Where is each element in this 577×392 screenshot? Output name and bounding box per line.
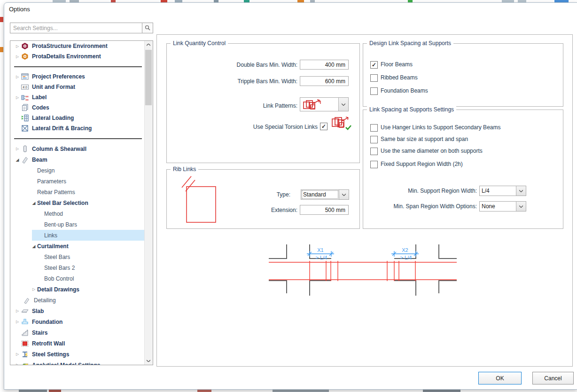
expander-expanded-icon[interactable]: ◢ xyxy=(31,201,37,205)
sidebar-item-protastructure-environment[interactable]: ▷ProtaStructure Environment xyxy=(10,41,145,51)
chevron-down-icon[interactable] xyxy=(516,186,526,196)
min-span-region-value: None xyxy=(480,202,516,211)
sidebar-item-label: Retrofit Wall xyxy=(32,340,65,347)
checkbox-row-floor-beams[interactable]: ✓Floor Beams xyxy=(370,61,558,69)
expander-collapsed-icon[interactable]: ▷ xyxy=(14,309,21,313)
scroll-up-button[interactable] xyxy=(145,41,152,49)
sidebar-item-label: Steel Settings xyxy=(32,351,69,358)
sidebar-item-slab[interactable]: ▷Slab xyxy=(10,306,145,316)
checkbox-row-use-the-same-diameter-on-both-supports[interactable]: Use the same diameter on both supports xyxy=(370,147,558,155)
expander-expanded-icon[interactable]: ◢ xyxy=(31,244,37,249)
sidebar-item-foundation[interactable]: ▷Foundation xyxy=(10,316,145,327)
expander-collapsed-icon[interactable]: ▷ xyxy=(31,287,37,291)
chevron-down-icon[interactable] xyxy=(338,98,348,111)
expander-collapsed-icon[interactable]: ▷ xyxy=(14,95,21,100)
checkbox-row-foundation-beams[interactable]: Foundation Beams xyxy=(370,87,558,95)
sidebar-item-design[interactable]: Design xyxy=(10,165,145,176)
sidebar-item-project-preferences[interactable]: ▷Project Preferences xyxy=(10,71,145,82)
sidebar-item-analytical-model-settings[interactable]: ▷Analytical Model Settings xyxy=(10,360,145,365)
min-span-region-dropdown[interactable]: None xyxy=(479,201,526,212)
ok-button[interactable]: OK xyxy=(478,372,522,384)
sidebar-item-stairs[interactable]: Stairs xyxy=(10,327,145,338)
sidebar-item-beam[interactable]: ◢Beam xyxy=(10,154,145,165)
checkbox-unchecked[interactable] xyxy=(370,161,378,168)
sidebar-item-rebar-patterns[interactable]: Rebar Patterns xyxy=(10,187,145,197)
checkbox-unchecked[interactable] xyxy=(370,148,378,155)
sidebar-item-label[interactable]: ▷xxxxLabel xyxy=(10,92,145,102)
use-special-torsion-links-checkbox[interactable]: ✓ xyxy=(320,123,327,130)
rib-extension-input[interactable] xyxy=(300,205,349,215)
search-button[interactable] xyxy=(142,23,153,33)
sidebar-item-unit-and-format[interactable]: #.0Unit and Format xyxy=(10,82,145,92)
sidebar-item-label: Foundation xyxy=(32,319,62,325)
foundation-icon xyxy=(21,318,29,326)
sidebar-item-lateral-loading[interactable]: Lateral Loading xyxy=(10,113,145,123)
torsion-links-label: Use Special Torsion Links xyxy=(172,124,318,130)
checkbox-row-same-bar-size-at-support-and-span[interactable]: Same bar size at support and span xyxy=(370,135,558,143)
cancel-button[interactable]: Cancel xyxy=(532,372,574,384)
rib-link-shape-icon xyxy=(176,173,228,228)
sidebar-item-method[interactable]: Method xyxy=(10,208,145,219)
search-input[interactable] xyxy=(10,23,142,33)
scroll-down-button[interactable] xyxy=(145,357,152,365)
sidebar-item-retrofit-wall[interactable]: Retrofit Wall xyxy=(10,338,145,349)
chevron-down-icon[interactable] xyxy=(339,190,349,199)
sidebar-item-detailing[interactable]: Detailing xyxy=(10,295,145,306)
expander-collapsed-icon[interactable]: ▷ xyxy=(14,75,21,79)
expander-collapsed-icon[interactable]: ▷ xyxy=(14,352,21,356)
expander-expanded-icon[interactable]: ◢ xyxy=(14,157,21,162)
sidebar-item-steel-settings[interactable]: ▷Steel Settings xyxy=(10,349,145,360)
expander-collapsed-icon[interactable]: ▷ xyxy=(14,320,21,324)
sidebar-separator xyxy=(10,62,145,71)
group-link-quantity-control: Link Quantity Control Double Bars Min. W… xyxy=(166,43,360,163)
checkbox-row-use-hanger-links-to-support-secondary-beams[interactable]: Use Hanger Links to Support Secondary Be… xyxy=(370,124,558,132)
sidebar-item-label: Label xyxy=(32,94,47,101)
sidebar-item-bent-up-bars[interactable]: Bent-up Bars xyxy=(10,219,145,230)
sidebar-item-lateral-drift-bracing[interactable]: Lateral Drift & Bracing xyxy=(10,123,145,133)
chevron-down-icon[interactable] xyxy=(516,202,526,211)
sidebar-item-column-shearwall[interactable]: ▷Column & Shearwall xyxy=(10,143,145,154)
checkbox-row-ribbed-beams[interactable]: Ribbed Beams xyxy=(370,74,558,82)
sidebar-item-steel-bars[interactable]: Steel Bars xyxy=(10,251,145,262)
sidebar-item-label: Slab xyxy=(32,308,44,314)
checkbox-row-fixed-support-region-width-2h[interactable]: Fixed Support Region Width (2h) xyxy=(370,160,558,168)
checkbox-label: Floor Beams xyxy=(381,61,413,68)
sidebar-item-curtailment[interactable]: ◢Curtailment xyxy=(10,241,145,251)
dialog-title: Options xyxy=(9,6,30,13)
beam-link-spacing-diagram: X1 > L/4 X2 > L/4 xyxy=(264,241,461,298)
sidebar-item-label: Steel Bars xyxy=(44,254,70,260)
rib-type-dropdown[interactable]: Standard xyxy=(301,189,349,200)
expander-collapsed-icon[interactable]: ▷ xyxy=(14,44,21,48)
rib-type-label: Type: xyxy=(195,191,290,198)
tripple-bars-input[interactable] xyxy=(300,76,349,86)
dim-x1-value: > L/4 xyxy=(316,255,327,260)
link-patterns-dropdown[interactable] xyxy=(300,97,349,111)
expander-collapsed-icon[interactable]: ▷ xyxy=(14,55,21,59)
sidebar-item-steel-bar-selection[interactable]: ◢Steel Bar Selection xyxy=(10,197,145,208)
svg-text:#.0: #.0 xyxy=(23,86,27,89)
checkbox-unchecked[interactable] xyxy=(370,124,378,132)
checkbox-unchecked[interactable] xyxy=(370,136,378,143)
double-bars-input[interactable] xyxy=(300,60,349,70)
expander-collapsed-icon[interactable]: ▷ xyxy=(14,147,21,151)
scrollbar-thumb[interactable] xyxy=(145,50,152,105)
sidebar-item-links[interactable]: Links xyxy=(10,230,145,241)
sidebar-item-protadetails-environment[interactable]: ▷ProtaDetails Environment xyxy=(10,51,145,62)
min-support-region-value: L/4 xyxy=(480,186,516,196)
checkbox-unchecked[interactable] xyxy=(370,87,378,95)
sidebar-item-parameters[interactable]: Parameters xyxy=(10,176,145,187)
checkbox-checked[interactable]: ✓ xyxy=(370,61,378,69)
sidebar-item-steel-bars-2[interactable]: Steel Bars 2 xyxy=(10,262,145,273)
sidebar-item-detail-drawings[interactable]: ▷Detail Drawings xyxy=(10,284,145,295)
dim-x2-value: > L/4 xyxy=(400,255,412,260)
checkbox-unchecked[interactable] xyxy=(370,74,378,82)
sidebar-item-bob-control[interactable]: Bob Control xyxy=(10,273,145,284)
min-support-region-dropdown[interactable]: L/4 xyxy=(479,186,526,196)
dim-x1-label: X1 xyxy=(317,247,323,253)
expander-collapsed-icon[interactable]: ▷ xyxy=(14,363,21,365)
stairs-icon xyxy=(21,329,29,337)
sidebar-item-label: Bob Control xyxy=(44,275,74,282)
tree-scrollbar[interactable] xyxy=(144,41,153,365)
sidebar-item-codes[interactable]: Codes xyxy=(10,102,145,113)
sidebar-item-label: Steel Bar Selection xyxy=(37,200,88,206)
